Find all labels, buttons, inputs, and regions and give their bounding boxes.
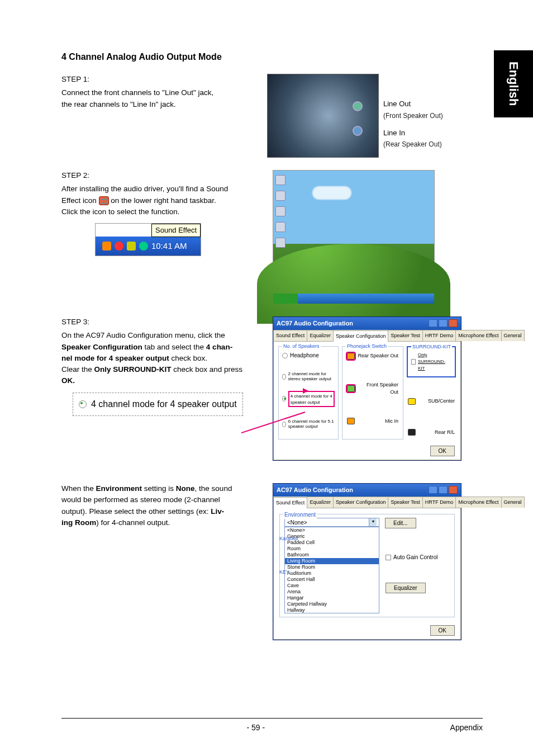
callout-arrow-icon xyxy=(303,388,308,394)
radio-6ch[interactable] xyxy=(282,422,286,427)
desktop-icon xyxy=(275,238,285,248)
environment-option[interactable]: Room xyxy=(285,546,379,552)
env-text-4: ing Room) for 4-channel output. xyxy=(61,517,263,528)
jack-icon xyxy=(408,429,416,436)
step2-text-2: Effect icon on the lower right hand task… xyxy=(61,195,263,206)
environment-option[interactable]: Living Room xyxy=(285,558,379,564)
env-text-1: When the Environment setting is None, th… xyxy=(61,483,263,494)
environment-option[interactable]: Concert Hall xyxy=(285,577,379,583)
environment-combo[interactable]: <None> ▾ xyxy=(284,518,379,527)
only-surround-kit-checkbox[interactable] xyxy=(411,359,416,365)
auto-gain-checkbox[interactable] xyxy=(386,555,391,560)
ok-button[interactable]: OK xyxy=(430,625,455,636)
four-chan-bold-b: nel mode for 4 speaker output xyxy=(61,354,169,362)
desktop-icon xyxy=(275,175,285,185)
line-out-label: Line Out xyxy=(383,98,443,110)
rear-rl-label: Rear R/L xyxy=(418,429,455,437)
environment-option[interactable]: Hallway xyxy=(285,607,379,613)
tab-general[interactable]: General xyxy=(501,497,525,508)
tab-general[interactable]: General xyxy=(501,330,525,342)
step3-t3b: check box. xyxy=(169,354,207,362)
desktop-screenshot xyxy=(273,170,435,304)
surround-legend: SURROUND-KIT xyxy=(411,343,452,351)
minimize-icon[interactable] xyxy=(429,486,437,494)
environment-option[interactable]: Generic xyxy=(285,533,379,540)
minimize-icon[interactable] xyxy=(429,319,437,327)
front-speaker-out-label: Front Speaker Out xyxy=(357,381,398,396)
jack-icon xyxy=(347,418,355,424)
jack-icon xyxy=(408,398,416,405)
tab-hrtf-demo[interactable]: HRTF Demo xyxy=(422,330,456,342)
step2-text-1: After installing the audio driver, you'l… xyxy=(61,183,263,195)
tray-icon-1 xyxy=(102,242,111,251)
speaker-config-bold: Speaker Configuration xyxy=(61,343,142,351)
section-title: 4 Channel Analog Audio Output Mode xyxy=(61,50,494,64)
tab-speaker-test[interactable]: Speaker Test xyxy=(388,330,422,342)
ok-button[interactable]: OK xyxy=(430,446,455,456)
environment-legend: Environment xyxy=(283,511,317,519)
env-text-3: output). Please select the other setting… xyxy=(61,506,263,517)
environment-option[interactable]: <None> xyxy=(285,527,379,533)
phonejack-legend: Phonejack Switch xyxy=(346,343,388,351)
environment-option[interactable]: Cave xyxy=(285,583,379,589)
tab-microphone-effect[interactable]: Microphone Effect xyxy=(455,497,501,508)
radio-2ch-label: 2 channel mode for stereo speaker output xyxy=(288,372,335,382)
dialog-title: AC97 Audio Configuration xyxy=(277,319,353,328)
tab-equalizer[interactable]: Equalizer xyxy=(307,497,334,508)
dialog-body: Environment <None> ▾ <None>GenericPadded… xyxy=(273,508,461,640)
environment-option[interactable]: Stone Room xyxy=(285,564,379,570)
chevron-down-icon[interactable]: ▾ xyxy=(369,518,377,526)
close-icon[interactable] xyxy=(449,486,458,494)
tab-sound-effect[interactable]: Sound Effect xyxy=(273,330,307,342)
language-tab: English xyxy=(494,50,533,117)
environment-option[interactable]: Hangar xyxy=(285,595,379,601)
tab-hrtf-demo[interactable]: HRTF Demo xyxy=(422,497,456,508)
radio-4ch-highlight: 4 channel mode for 4 speaker output xyxy=(288,391,335,408)
radio-4ch[interactable] xyxy=(282,396,286,401)
taskbar-time: 10:41 AM xyxy=(151,240,187,253)
tab-sound-effect[interactable]: Sound Effect xyxy=(273,497,307,509)
dialog-title: AC97 Audio Configuration xyxy=(277,485,353,495)
desktop-icon xyxy=(275,222,285,232)
sound-effect-tooltip: Sound Effect xyxy=(151,224,201,237)
environment-option[interactable]: Arena xyxy=(285,589,379,595)
step2-text-2b: on the lower right hand taskbar. xyxy=(111,196,216,205)
dialog-body: No. of Speakers Headphone 2 channel mode… xyxy=(273,342,461,460)
tab-equalizer[interactable]: Equalizer xyxy=(307,330,334,342)
only-surround-bold: Only SURROUND-KIT xyxy=(94,365,172,374)
environment-option[interactable]: Auditorium xyxy=(285,570,379,577)
tab-microphone-effect[interactable]: Microphone Effect xyxy=(455,330,501,342)
language-tab-label: English xyxy=(505,62,523,106)
line-out-sublabel: (Front Speaker Out) xyxy=(383,111,443,121)
close-icon[interactable] xyxy=(449,319,458,327)
dialog-titlebar: AC97 Audio Configuration xyxy=(273,484,461,497)
env-text-2: would be performed as stereo mode (2-cha… xyxy=(61,494,263,505)
environment-option[interactable]: Carpeted Hallway xyxy=(285,601,379,607)
tab-speaker-configuration[interactable]: Speaker Configuration xyxy=(333,330,389,342)
equalizer-button[interactable]: Equalizer xyxy=(386,583,426,593)
sound-effect-icon xyxy=(99,196,109,205)
environment-option[interactable]: Bathroom xyxy=(285,552,379,558)
tab-speaker-configuration[interactable]: Speaker Configuration xyxy=(333,497,389,508)
page-number: - 59 - xyxy=(246,722,265,734)
section-name: Appendix xyxy=(450,722,483,734)
radio-2ch[interactable] xyxy=(282,374,286,380)
tray-icon-3 xyxy=(127,242,136,251)
speakers-legend: No. of Speakers xyxy=(282,343,321,351)
maximize-icon[interactable] xyxy=(439,486,448,494)
rear-speaker-out-label: Rear Speaker Out xyxy=(357,352,398,360)
radio-headphone[interactable] xyxy=(282,353,288,358)
maximize-icon[interactable] xyxy=(439,319,448,327)
system-tray: 10:41 AM xyxy=(96,237,201,256)
step1-text-2: the rear channels to "Line In" jack. xyxy=(61,99,257,110)
step2-text-3: Click the icon to select the function. xyxy=(61,206,263,218)
environment-option[interactable]: Padded Cell xyxy=(285,540,379,546)
mic-in-label: Mic In xyxy=(357,418,398,426)
step3-t4a: Clear the xyxy=(61,365,94,374)
step3-text-2: Speaker Configuration tab and select the… xyxy=(61,342,263,353)
environment-listbox[interactable]: <None>GenericPadded CellRoomBathroomLivi… xyxy=(284,527,379,613)
tab-speaker-test[interactable]: Speaker Test xyxy=(388,497,422,508)
dialog-tabs: Sound Effect Equalizer Speaker Configura… xyxy=(273,330,461,342)
dialog-titlebar: AC97 Audio Configuration xyxy=(273,317,461,330)
desktop-icon xyxy=(275,191,285,201)
